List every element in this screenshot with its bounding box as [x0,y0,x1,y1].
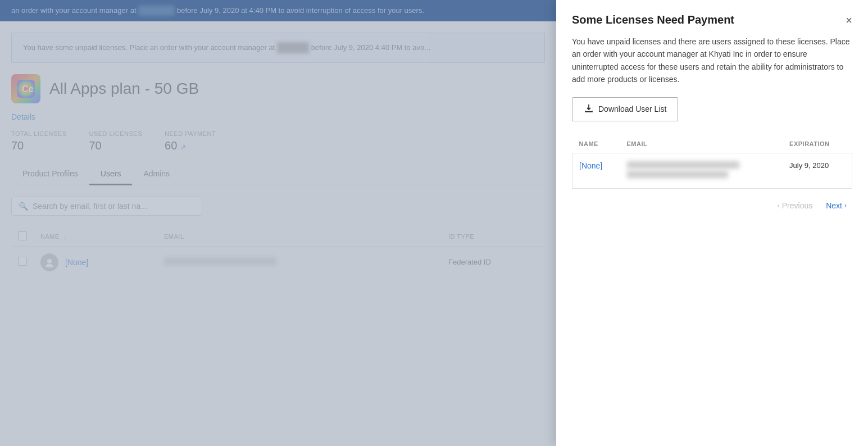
next-label: Next [826,201,842,210]
dim-overlay [0,0,556,446]
close-button[interactable]: × [846,15,852,26]
panel-user-expiration: July 9, 2020 [783,153,852,188]
col-expiration-header: EXPIRATION [783,135,852,153]
pagination: ‹ Previous Next › [572,189,852,218]
table-row: [None] July 9, 2020 [572,153,852,188]
users-table: NAME EMAIL EXPIRATION [None] July 9, 202… [572,135,852,189]
side-panel: Some Licenses Need Payment × You have un… [556,0,868,446]
next-button[interactable]: Next › [820,198,852,213]
col-email-header: EMAIL [620,135,783,153]
col-name-header: NAME [572,135,620,153]
download-button-label: Download User List [598,104,666,113]
chevron-left-icon: ‹ [778,202,780,210]
panel-user-name[interactable]: [None] [572,153,620,188]
panel-title: Some Licenses Need Payment [572,13,734,26]
panel-email-blurred-1 [627,161,739,169]
table-header-row: NAME EMAIL EXPIRATION [572,135,852,153]
download-icon [584,103,594,115]
panel-header: Some Licenses Need Payment × [556,0,868,35]
download-user-list-button[interactable]: Download User List [572,97,678,121]
panel-user-email [620,153,783,188]
panel-description: You have unpaid licenses and there are u… [572,35,852,86]
chevron-right-icon: › [844,202,847,210]
panel-email-blurred-2 [627,171,728,178]
panel-body: You have unpaid licenses and there are u… [556,35,868,446]
previous-label: Previous [782,201,812,210]
previous-button[interactable]: ‹ Previous [772,198,818,213]
